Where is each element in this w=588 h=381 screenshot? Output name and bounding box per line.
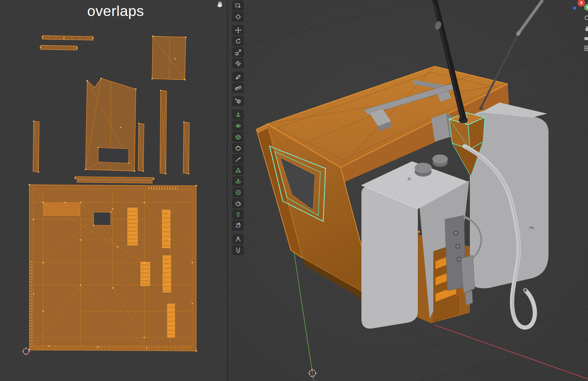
select-box-tool[interactable] (232, 1, 244, 10)
vertex-dot (418, 231, 420, 233)
poly-build-tool[interactable] (232, 165, 244, 175)
move-tool[interactable] (232, 25, 244, 35)
inset-faces-tool[interactable] (232, 121, 244, 131)
select-box-icon (235, 2, 242, 9)
edge-slide-icon (235, 200, 242, 207)
rip-region-tool[interactable] (232, 234, 244, 244)
rip-edge-tool[interactable] (232, 245, 244, 255)
move-icon (235, 27, 242, 34)
gizmo-x-label: X (580, 1, 582, 5)
add-cube-tool[interactable] (232, 96, 244, 106)
pan-hand-icon[interactable] (582, 24, 588, 32)
loop-cut-icon (235, 145, 242, 151)
transform-icon (235, 60, 242, 67)
inset-icon (235, 122, 242, 129)
bevel-tool[interactable] (232, 132, 244, 142)
poly-build-icon (235, 167, 242, 174)
rotate-tool[interactable] (232, 36, 244, 46)
editor-divider[interactable] (227, 0, 228, 381)
shrink-fatten-tool[interactable] (232, 210, 244, 219)
editors-canvas (0, 0, 588, 381)
add-cube-icon (235, 98, 242, 105)
scale-tool[interactable] (232, 47, 244, 57)
toolbar (232, 1, 245, 256)
measure-tool[interactable] (232, 83, 244, 93)
annotate-tool[interactable] (232, 72, 244, 82)
spin-tool[interactable] (232, 176, 244, 186)
scale-icon (235, 49, 242, 56)
gizmo-y-label: Y (586, 5, 588, 10)
uv-island-top-quad (151, 36, 187, 81)
gizmo-z-axis[interactable] (573, 7, 576, 10)
rip-region-icon (235, 236, 242, 243)
rip-edge-icon (235, 247, 242, 254)
extrude-region-tool[interactable] (232, 110, 244, 119)
viewport-3d-canvas[interactable] (228, 0, 588, 381)
uv-editor-canvas[interactable] (0, 0, 227, 381)
loop-cut-tool[interactable] (232, 143, 244, 153)
shear-tool[interactable] (232, 221, 244, 230)
measure-icon (235, 85, 242, 91)
shrink-fatten-icon (235, 211, 242, 218)
edge-slide-tool[interactable] (232, 198, 244, 208)
knife-icon (235, 156, 242, 163)
extrude-icon (235, 111, 242, 118)
annotate-icon (235, 73, 242, 80)
shear-icon (235, 222, 242, 229)
uv-overlay-label: overlaps (87, 3, 144, 20)
rotate-icon (235, 38, 242, 45)
smooth-tool[interactable] (232, 187, 244, 197)
knife-tool[interactable] (232, 154, 244, 164)
cursor-tool[interactable] (232, 12, 244, 22)
cursor-icon (235, 13, 242, 20)
smooth-icon (235, 189, 242, 196)
bevel-icon (235, 134, 242, 140)
viewport-nav-column (582, 14, 588, 54)
camera-view-icon[interactable] (582, 34, 588, 42)
transform-tool[interactable] (232, 58, 244, 68)
blender-window: overlaps X Y (0, 0, 588, 381)
zoom-icon[interactable] (582, 14, 588, 22)
hand-cursor (216, 0, 225, 8)
grid-ortho-icon[interactable] (582, 44, 588, 53)
uv-island-mid-shape (85, 78, 137, 172)
uv-island-main-block (29, 184, 197, 352)
spin-icon (235, 178, 242, 185)
